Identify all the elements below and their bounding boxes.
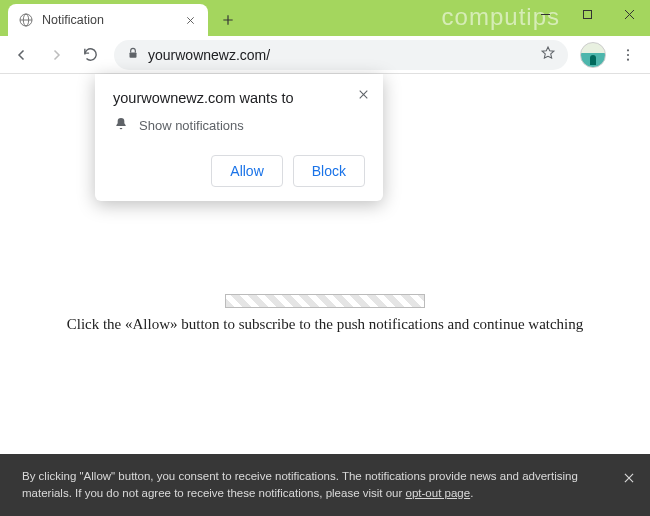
consent-text-prefix: By clicking "Allow" button, you consent … — [22, 470, 578, 499]
page-instruction-text: Click the «Allow» button to subscribe to… — [0, 316, 650, 333]
minimize-button[interactable] — [524, 0, 566, 28]
maximize-button[interactable] — [566, 0, 608, 28]
globe-icon — [18, 12, 34, 28]
permission-capability-text: Show notifications — [139, 118, 244, 133]
svg-point-8 — [627, 58, 629, 60]
new-tab-button[interactable] — [214, 6, 242, 34]
browser-tab[interactable]: Notification — [8, 4, 208, 36]
svg-rect-5 — [130, 52, 137, 57]
page-viewport: yourwownewz.com wants to Show notificati… — [0, 74, 650, 516]
popup-close-button[interactable] — [353, 84, 373, 104]
bookmark-star-icon[interactable] — [540, 45, 556, 65]
lock-icon — [126, 46, 140, 64]
window-close-button[interactable] — [608, 0, 650, 28]
opt-out-link[interactable]: opt-out page — [406, 487, 471, 499]
address-bar[interactable]: yourwownewz.com/ — [114, 40, 568, 70]
forward-button[interactable] — [40, 39, 72, 71]
loading-bar — [225, 294, 425, 308]
reload-button[interactable] — [74, 39, 106, 71]
svg-point-7 — [627, 53, 629, 55]
window-titlebar: computips Notification — [0, 0, 650, 36]
window-controls — [524, 0, 650, 28]
back-button[interactable] — [6, 39, 38, 71]
block-button[interactable]: Block — [293, 155, 365, 187]
url-text: yourwownewz.com/ — [148, 47, 540, 63]
tab-title: Notification — [42, 13, 182, 27]
svg-rect-4 — [583, 10, 591, 18]
browser-toolbar: yourwownewz.com/ — [0, 36, 650, 74]
consent-text-suffix: . — [470, 487, 473, 499]
permission-origin-text: yourwownewz.com wants to — [113, 90, 365, 106]
tab-close-button[interactable] — [182, 12, 198, 28]
consent-banner: By clicking "Allow" button, you consent … — [0, 454, 650, 517]
consent-close-button[interactable] — [622, 468, 636, 492]
profile-avatar[interactable] — [580, 42, 606, 68]
bell-icon — [113, 116, 129, 135]
svg-point-6 — [627, 49, 629, 51]
menu-button[interactable] — [612, 39, 644, 71]
allow-button[interactable]: Allow — [211, 155, 282, 187]
notification-permission-popup: yourwownewz.com wants to Show notificati… — [95, 74, 383, 201]
